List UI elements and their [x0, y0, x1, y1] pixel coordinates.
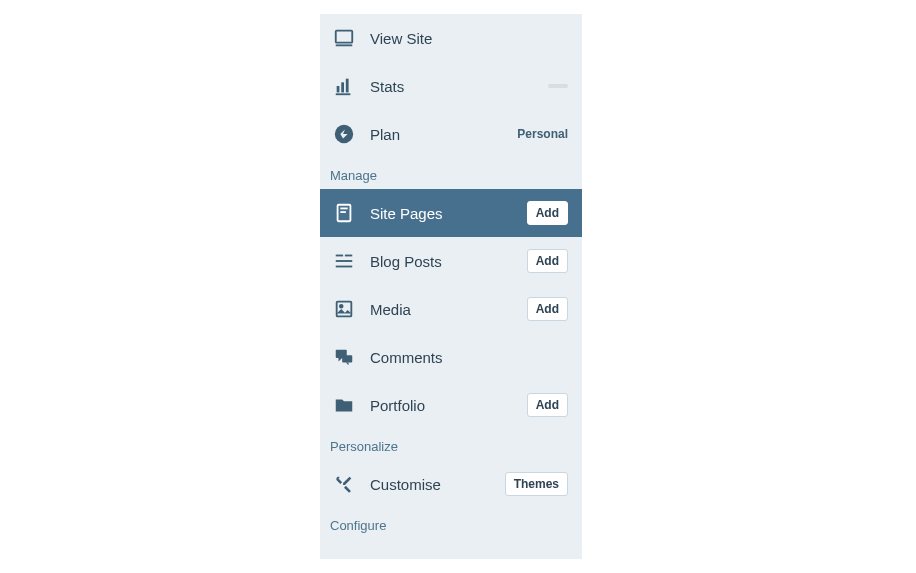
- nav-media[interactable]: Media Add: [320, 285, 582, 333]
- nav-site-pages[interactable]: Site Pages Add: [320, 189, 582, 237]
- monitor-icon: [332, 26, 356, 50]
- svg-rect-2: [337, 86, 340, 92]
- nav-plan[interactable]: Plan Personal: [320, 110, 582, 158]
- media-icon: [332, 297, 356, 321]
- folder-icon: [332, 393, 356, 417]
- comments-icon: [332, 345, 356, 369]
- svg-rect-5: [336, 93, 351, 95]
- nav-label: View Site: [370, 30, 568, 47]
- page-icon: [332, 201, 356, 225]
- nav-label: Media: [370, 301, 527, 318]
- admin-sidebar: View Site Stats Plan Personal Manage Sit…: [320, 14, 582, 559]
- tools-icon: [332, 472, 356, 496]
- stats-icon: [332, 74, 356, 98]
- svg-rect-17: [342, 355, 352, 362]
- nav-customise[interactable]: Customise Themes: [320, 460, 582, 508]
- nav-label: Blog Posts: [370, 253, 527, 270]
- nav-comments[interactable]: Comments: [320, 333, 582, 381]
- posts-icon: [332, 249, 356, 273]
- nav-label: Portfolio: [370, 397, 527, 414]
- svg-rect-0: [336, 31, 353, 43]
- nav-portfolio[interactable]: Portfolio Add: [320, 381, 582, 429]
- plan-badge: Personal: [517, 127, 568, 141]
- plan-icon: [332, 122, 356, 146]
- add-portfolio-button[interactable]: Add: [527, 393, 568, 417]
- add-post-button[interactable]: Add: [527, 249, 568, 273]
- svg-rect-11: [345, 255, 352, 257]
- themes-button[interactable]: Themes: [505, 472, 568, 496]
- add-media-button[interactable]: Add: [527, 297, 568, 321]
- stats-placeholder: [548, 84, 568, 88]
- nav-label: Customise: [370, 476, 505, 493]
- nav-blog-posts[interactable]: Blog Posts Add: [320, 237, 582, 285]
- section-manage: Manage: [320, 158, 582, 189]
- svg-rect-10: [336, 255, 343, 257]
- svg-rect-3: [341, 82, 344, 92]
- nav-stats[interactable]: Stats: [320, 62, 582, 110]
- svg-rect-12: [336, 260, 353, 262]
- nav-label: Plan: [370, 126, 517, 143]
- nav-label: Site Pages: [370, 205, 527, 222]
- svg-rect-14: [337, 302, 352, 317]
- add-page-button[interactable]: Add: [527, 201, 568, 225]
- nav-view-site[interactable]: View Site: [320, 14, 582, 62]
- nav-label: Stats: [370, 78, 548, 95]
- section-personalize: Personalize: [320, 429, 582, 460]
- nav-label: Comments: [370, 349, 568, 366]
- svg-rect-4: [346, 79, 349, 93]
- svg-rect-13: [336, 266, 353, 268]
- section-configure: Configure: [320, 508, 582, 539]
- svg-point-15: [340, 305, 343, 308]
